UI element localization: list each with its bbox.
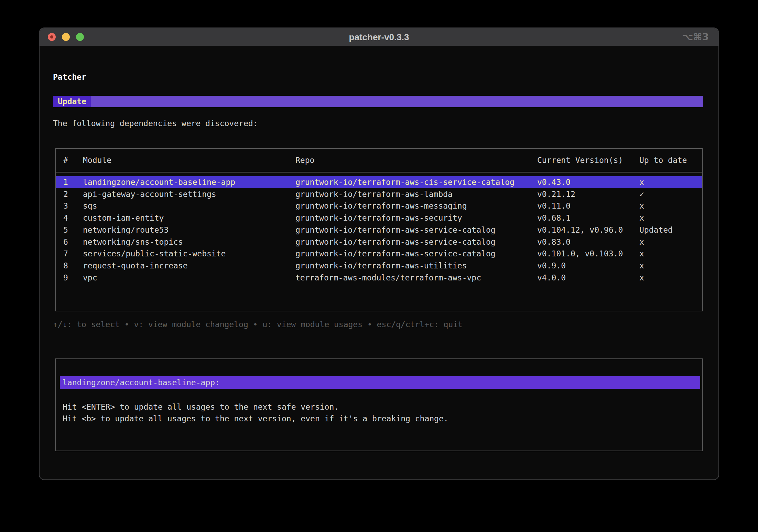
table-row[interactable]: 5 networking/route53 gruntwork-io/terraf…: [56, 224, 702, 236]
repo-name: gruntwork-io/terraform-aws-utilities: [295, 260, 467, 272]
up-to-date-status: x: [639, 272, 644, 284]
repo-name: gruntwork-io/terraform-aws-messaging: [295, 200, 467, 212]
module-name: api-gateway-account-settings: [83, 188, 216, 200]
keybinding-help: ↑/↓: to select • v: view module changelo…: [53, 319, 463, 331]
module-name: landingzone/account-baseline-app: [83, 176, 235, 188]
current-versions: v0.9.0: [537, 260, 566, 272]
intro-text: The following dependencies were discover…: [53, 118, 258, 130]
current-versions: v0.101.0, v0.103.0: [537, 248, 623, 260]
enter-instruction: Hit <ENTER> to update all usages to the …: [63, 401, 339, 413]
current-versions: v0.43.0: [537, 176, 571, 188]
repo-name: gruntwork-io/terraform-aws-service-catal…: [295, 248, 496, 260]
table-row[interactable]: 4 custom-iam-entity gruntwork-io/terrafo…: [56, 212, 702, 224]
table-row[interactable]: 1 landingzone/account-baseline-app grunt…: [56, 176, 702, 188]
row-number: 5: [63, 224, 68, 236]
repo-name: gruntwork-io/terraform-aws-service-catal…: [295, 224, 496, 236]
up-to-date-status: x: [639, 260, 644, 272]
up-to-date-status: x: [639, 200, 644, 212]
app-heading: Patcher: [53, 71, 86, 83]
module-name: vpc: [83, 272, 97, 284]
table-row[interactable]: 6 networking/sns-topics gruntwork-io/ter…: [56, 236, 702, 248]
module-name: request-quota-increase: [83, 260, 188, 272]
current-versions: v0.21.12: [537, 188, 575, 200]
table-rows: 1 landingzone/account-baseline-app grunt…: [56, 176, 702, 311]
col-header-repo: Repo: [295, 154, 314, 166]
table-row[interactable]: 2 api-gateway-account-settings gruntwork…: [56, 188, 702, 200]
module-name: networking/route53: [83, 224, 169, 236]
table-row[interactable]: 8 request-quota-increase gruntwork-io/te…: [56, 260, 702, 272]
col-header-number: #: [63, 154, 68, 166]
module-name: sqs: [83, 200, 97, 212]
table-row[interactable]: 9 vpc terraform-aws-modules/terraform-aw…: [56, 272, 702, 284]
tab-update[interactable]: Update: [53, 96, 91, 107]
col-header-up-to-date: Up to date: [639, 154, 687, 166]
repo-name: gruntwork-io/terraform-aws-cis-service-c…: [295, 176, 515, 188]
up-to-date-status: x: [639, 248, 644, 260]
up-to-date-status: x: [639, 236, 644, 248]
row-number: 4: [63, 212, 68, 224]
repo-name: gruntwork-io/terraform-aws-service-catal…: [295, 236, 496, 248]
current-versions: v0.68.1: [537, 212, 571, 224]
up-to-date-status: x: [639, 176, 644, 188]
tab-bar: Update: [53, 96, 703, 107]
window-title: patcher-v0.3.3: [40, 28, 718, 46]
row-number: 2: [63, 188, 68, 200]
current-versions: v4.0.0: [537, 272, 566, 284]
repo-name: gruntwork-io/terraform-aws-lambda: [295, 188, 453, 200]
title-bar[interactable]: patcher-v0.3.3 ⌥⌘3: [40, 28, 718, 46]
selected-module-panel: landingzone/account-baseline-app: Hit <E…: [55, 358, 703, 451]
module-name: services/public-static-website: [83, 248, 226, 260]
row-number: 7: [63, 248, 68, 260]
table-row[interactable]: 7 services/public-static-website gruntwo…: [56, 248, 702, 260]
up-to-date-status: x: [639, 212, 644, 224]
dependencies-table: # Module Repo Current Version(s) Up to d…: [55, 148, 703, 311]
up-to-date-status: Updated: [639, 224, 673, 236]
table-row[interactable]: 3 sqs gruntwork-io/terraform-aws-messagi…: [56, 200, 702, 212]
current-versions: v0.83.0: [537, 236, 571, 248]
row-number: 9: [63, 272, 68, 284]
row-number: 6: [63, 236, 68, 248]
window-shortcut-badge: ⌥⌘3: [682, 28, 709, 46]
repo-name: gruntwork-io/terraform-aws-security: [295, 212, 462, 224]
module-name: networking/sns-topics: [83, 236, 183, 248]
terminal-content: Patcher Update The following dependencie…: [40, 46, 718, 479]
selected-module-header: landingzone/account-baseline-app:: [60, 376, 700, 389]
repo-name: terraform-aws-modules/terraform-aws-vpc: [295, 272, 481, 284]
up-to-date-status: ✓: [639, 188, 644, 200]
row-number: 8: [63, 260, 68, 272]
module-name: custom-iam-entity: [83, 212, 164, 224]
col-header-module: Module: [83, 154, 111, 166]
col-header-current-versions: Current Version(s): [537, 154, 623, 166]
breaking-change-instruction: Hit <b> to update all usages to the next…: [63, 413, 448, 425]
header-separator: [56, 172, 702, 173]
row-number: 3: [63, 200, 68, 212]
current-versions: v0.11.0: [537, 200, 571, 212]
current-versions: v0.104.12, v0.96.0: [537, 224, 623, 236]
terminal-window: patcher-v0.3.3 ⌥⌘3 Patcher Update The fo…: [39, 27, 719, 480]
row-number: 1: [63, 176, 68, 188]
